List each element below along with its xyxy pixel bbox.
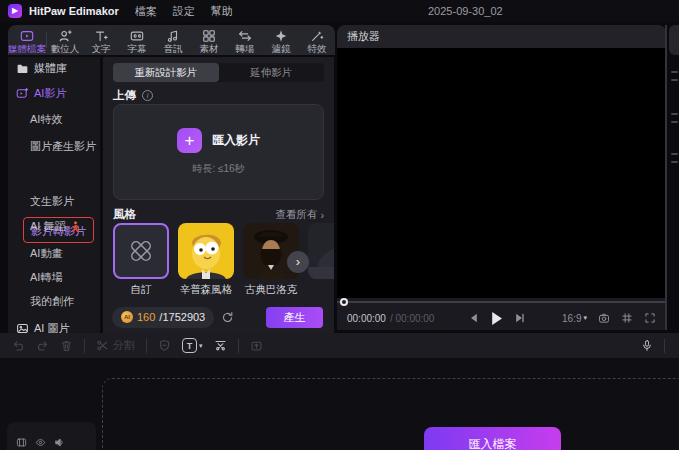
track-film-icon[interactable] (16, 437, 27, 448)
ribbon-tab-audio[interactable]: 音訊 (155, 27, 191, 54)
tab-redesign-video[interactable]: 重新設計影片 (113, 63, 219, 82)
split-label: 分割 (113, 338, 135, 353)
style-scroll-next-button[interactable]: › (287, 251, 309, 273)
play-icon[interactable] (491, 312, 502, 325)
panel-tab-strip: 重新設計影片 延伸影片 (113, 63, 324, 82)
style-card-custom[interactable]: 自訂 (113, 223, 169, 297)
style-card-simpson[interactable]: 辛普森風格 (178, 223, 234, 297)
timeline-toolbar: 分割 T ▾ (0, 333, 679, 358)
collapsed-side-panel[interactable] (663, 25, 679, 330)
ribbon-tab-text[interactable]: 文字 (83, 27, 119, 54)
titlebar: ▶ HitPaw Edimakor 檔案 設定 幫助 2025-09-30_02 (0, 0, 679, 22)
split-button[interactable]: 分割 (96, 338, 135, 353)
media-icon (20, 29, 34, 43)
import-files-button[interactable]: 匯入檔案 (424, 427, 561, 450)
app-logo-icon: ▶ (8, 4, 22, 18)
avatar-icon (58, 29, 72, 43)
sidebar-item-ai-image[interactable]: AI 圖片 (16, 321, 69, 333)
player-view-options: 16:9 ▾ (562, 312, 656, 324)
upload-dropzone[interactable]: + 匯入影片 時長: ≤16秒 (113, 104, 324, 200)
text-tool-button[interactable]: T ▾ (182, 338, 203, 353)
credits-used: 160 (137, 311, 155, 323)
export-box-icon[interactable] (250, 339, 263, 352)
shield-icon[interactable] (158, 339, 171, 352)
subtitles-icon (130, 29, 144, 43)
sidebar-item-ai-animation[interactable]: AI動畫 (30, 246, 62, 261)
collapsed-panel-glyph (671, 121, 678, 123)
upload-header: 上傳 i (113, 88, 153, 103)
timeline-dropzone[interactable] (102, 378, 679, 450)
custom-style-thumb[interactable] (113, 223, 169, 279)
toolbar-divider (146, 339, 147, 353)
text-tool-icon: T (182, 338, 197, 353)
refresh-icon[interactable] (221, 311, 234, 324)
seek-handle[interactable] (340, 298, 348, 306)
playback-buttons (469, 306, 524, 330)
collapsed-panel-glyph (671, 161, 678, 163)
style-header: 風格 查看所有 › (113, 207, 324, 222)
app-title: HitPaw Edimakor (29, 5, 119, 17)
fullscreen-icon[interactable] (644, 312, 656, 324)
video-preview[interactable] (337, 48, 666, 298)
sidebar-item-ai-effects[interactable]: AI特效 (30, 112, 62, 127)
audio-icon (166, 29, 180, 43)
panel-divider (665, 25, 667, 330)
collapsed-panel-glyph (671, 71, 678, 73)
chevron-right-icon: › (321, 209, 325, 221)
ribbon-tab-transitions[interactable]: 轉場 (227, 27, 263, 54)
delete-icon[interactable] (60, 339, 73, 352)
menu-file[interactable]: 檔案 (135, 4, 157, 19)
ribbon-tab-elements[interactable]: 素材 (191, 27, 227, 54)
view-all-link[interactable]: 查看所有 › (276, 208, 325, 222)
menu-settings[interactable]: 設定 (173, 4, 195, 19)
sidebar-item-media-library[interactable]: 媒體庫 (16, 61, 67, 76)
menu-help[interactable]: 幫助 (211, 4, 233, 19)
undo-icon[interactable] (12, 339, 25, 352)
partial-style-thumb[interactable] (308, 223, 334, 279)
collapsed-panel-tab[interactable] (669, 25, 679, 55)
sidebar-item-text-to-video[interactable]: 文生影片 (30, 194, 74, 209)
track-audio-icon[interactable] (54, 437, 65, 448)
ribbon-tab-filters[interactable]: 濾鏡 (263, 27, 299, 54)
previous-frame-icon[interactable] (469, 313, 478, 323)
sidebar-item-image-to-video[interactable]: 圖片產生影片 (30, 139, 96, 154)
ribbon-tab-subtitles[interactable]: 字幕 (119, 27, 155, 54)
sidebar-item-ai-transition[interactable]: AI轉場 (30, 270, 62, 285)
tab-extend-video[interactable]: 延伸影片 (219, 63, 325, 82)
time-total: / 00:00:00 (390, 313, 434, 324)
ribbon-tab-avatar[interactable]: 數位人 (47, 27, 83, 54)
redo-icon[interactable] (36, 339, 49, 352)
track-visibility-icon[interactable] (35, 437, 46, 448)
credits-total: /1752903 (159, 311, 205, 323)
next-frame-icon[interactable] (515, 313, 524, 323)
ribbon-tab-effects[interactable]: 特效 (299, 27, 335, 54)
document-title: 2025-09-30_02 (428, 0, 503, 22)
aspect-ratio-dropdown[interactable]: 16:9 ▾ (562, 313, 587, 324)
folder-icon (16, 62, 29, 75)
sidebar-item-ai-dance[interactable]: AI 舞蹈 (30, 219, 80, 234)
auto-cut-icon[interactable] (214, 339, 227, 352)
snapshot-icon[interactable] (598, 312, 610, 324)
simpson-style-thumb[interactable] (178, 223, 234, 279)
seek-bar[interactable] (337, 298, 666, 306)
style-card-partial[interactable] (308, 223, 334, 297)
sidebar-item-my-creations[interactable]: 我的創作 (30, 294, 74, 309)
generate-button[interactable]: 產生 (266, 307, 323, 328)
time-current: 00:00:00 (347, 313, 386, 324)
chevron-down-icon: ▾ (199, 342, 203, 350)
chevron-down-icon: ▾ (583, 314, 587, 322)
grid-icon[interactable] (621, 312, 633, 324)
sidebar-item-ai-video[interactable]: AI影片 (16, 86, 66, 101)
info-icon[interactable]: i (142, 90, 153, 101)
plus-icon[interactable]: + (177, 128, 202, 153)
toolbar-divider (664, 339, 665, 353)
player-title: 播放器 (347, 29, 380, 44)
app-window: ▶ HitPaw Edimakor 檔案 設定 幫助 2025-09-30_02… (0, 0, 679, 450)
filters-icon (274, 29, 288, 43)
microphone-icon[interactable] (641, 339, 653, 352)
ai-video-panel: 重新設計影片 延伸影片 上傳 i + 匯入影片 時長: ≤16秒 風格 查看所有… (103, 57, 334, 333)
text-icon (94, 29, 108, 43)
collapsed-panel-glyph (671, 153, 678, 155)
sidebar: 媒體庫 AI影片 AI特效 圖片產生影片 影片轉影片 文生影片 AI 舞蹈 AI… (8, 57, 100, 333)
ribbon-tab-media[interactable]: 媒體檔案 (8, 27, 46, 54)
